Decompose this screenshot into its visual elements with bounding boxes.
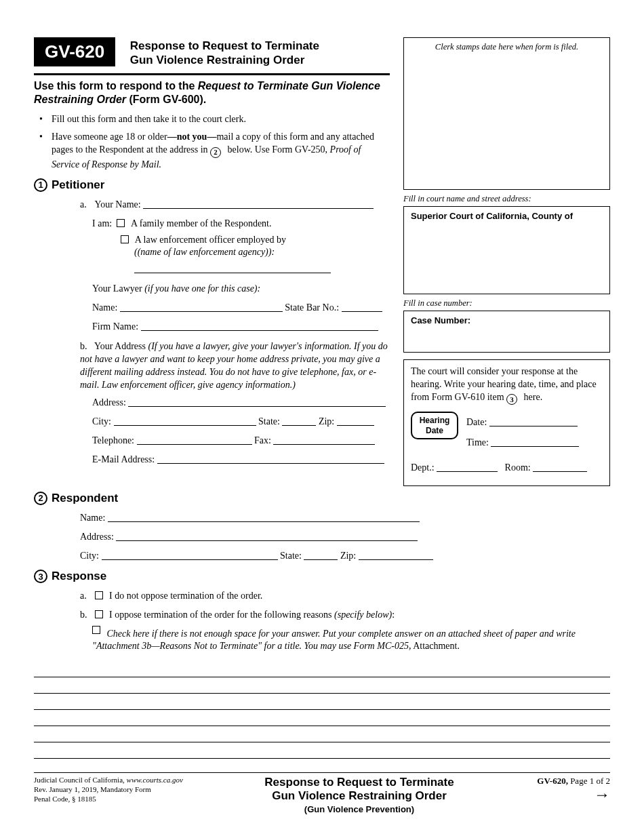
- telephone-label: Telephone:: [92, 432, 134, 449]
- circle-2-inline: 2: [210, 147, 221, 158]
- hearing-time-label: Time:: [466, 434, 489, 452]
- respondent-city-input[interactable]: [102, 550, 278, 560]
- instruction-list: Fill out this form and then take it to t…: [34, 113, 390, 171]
- respondent-name-input[interactable]: [108, 511, 420, 521]
- hearing-date-badge: HearingDate: [411, 412, 458, 439]
- checkbox-oppose[interactable]: [95, 610, 103, 618]
- sub-3b-label: b.: [80, 606, 92, 623]
- respondent-state-input[interactable]: [304, 550, 338, 560]
- footer-title-1: Response to Request to Terminate: [210, 776, 508, 789]
- your-name-input[interactable]: [143, 198, 374, 208]
- checkbox-attachment[interactable]: [92, 626, 100, 634]
- form-title: Response to Request to Terminate Gun Vio…: [130, 37, 319, 68]
- section-1-number: 1: [34, 178, 47, 192]
- firm-name-label: Firm Name:: [92, 318, 138, 335]
- respondent-address-input[interactable]: [116, 530, 418, 540]
- room-input[interactable]: [533, 462, 587, 472]
- section-1-heading: 1 Petitioner: [34, 178, 390, 192]
- section-2-number: 2: [34, 492, 47, 505]
- hearing-date-label: Date:: [466, 414, 487, 432]
- bar-no-input[interactable]: [342, 301, 382, 311]
- checkbox-law-enforcement[interactable]: [121, 235, 129, 243]
- header-rule: [34, 73, 390, 75]
- checkbox-not-oppose[interactable]: [95, 591, 103, 599]
- address-label: Address:: [92, 394, 126, 411]
- firm-name-input[interactable]: [141, 320, 378, 330]
- sub-3a-label: a.: [80, 587, 92, 604]
- footer-subtitle: (Gun Violence Prevention): [210, 804, 508, 814]
- respondent-state-label: State:: [280, 547, 302, 564]
- address-heading: Your Address: [94, 341, 148, 351]
- lawyer-name-input[interactable]: [120, 301, 283, 311]
- bullet-2: Have someone age 18 or older—not you—mai…: [38, 130, 390, 172]
- section-2-heading: 2 Respondent: [34, 492, 610, 505]
- i-am-label: I am:: [92, 215, 112, 232]
- attachment-instruction-tail: Attachment.: [413, 641, 460, 651]
- oppose-text: I oppose termination of the order for th…: [109, 610, 395, 620]
- law-enforcement-text: A law enforcement officer employed by: [135, 235, 286, 245]
- your-name-label: Your Name:: [95, 196, 141, 213]
- footer-rule: [34, 772, 610, 773]
- state-input[interactable]: [282, 415, 316, 425]
- state-label: State:: [258, 413, 280, 430]
- hearing-time-input[interactable]: [491, 436, 579, 446]
- court-box[interactable]: Superior Court of California, County of: [403, 206, 610, 294]
- telephone-input[interactable]: [137, 435, 252, 445]
- footer: Judicial Council of California, www.cour…: [34, 776, 610, 814]
- email-input[interactable]: [157, 454, 384, 464]
- section-3-number: 3: [34, 570, 47, 583]
- room-label: Room:: [505, 459, 531, 476]
- sub-1a-label: a.: [80, 196, 92, 213]
- footer-title-2: Gun Violence Restraining Order: [210, 789, 508, 803]
- family-member-text: A family member of the Respondent.: [131, 218, 272, 229]
- lawyer-name-label: Name:: [92, 299, 117, 316]
- agency-name-hint: ((name of law enforcement agency)):: [121, 247, 275, 257]
- respondent-city-label: City:: [80, 547, 99, 564]
- response-lines[interactable]: [34, 661, 610, 759]
- respondent-zip-input[interactable]: [359, 550, 433, 560]
- circle-3-inline: 3: [506, 394, 517, 405]
- clerk-stamp-box: Clerk stamps date here when form is file…: [403, 37, 610, 190]
- respondent-name-label: Name:: [80, 509, 105, 526]
- dept-input[interactable]: [437, 462, 498, 472]
- email-label: E-Mail Address:: [92, 451, 155, 468]
- sub-1b-label: b.: [80, 340, 92, 353]
- bar-no-label: State Bar No.:: [285, 299, 339, 316]
- not-oppose-text: I do not oppose termination of the order…: [109, 591, 262, 601]
- city-input[interactable]: [114, 415, 256, 425]
- case-number-label: Fill in case number:: [403, 298, 610, 309]
- city-label: City:: [92, 413, 111, 430]
- attachment-instruction: Check here if there is not enough space …: [92, 629, 576, 652]
- dept-label: Dept.:: [411, 459, 435, 476]
- fax-label: Fax:: [254, 432, 271, 449]
- hearing-box: The court will consider your response at…: [403, 359, 610, 486]
- arrow-icon: →: [508, 787, 610, 803]
- lawyer-heading: Your Lawyer: [92, 283, 144, 294]
- court-address-label: Fill in court name and street address:: [403, 194, 610, 204]
- fax-input[interactable]: [273, 435, 375, 445]
- respondent-address-label: Address:: [80, 528, 114, 545]
- checkbox-family-member[interactable]: [117, 219, 125, 227]
- form-code-badge: GV-620: [34, 37, 115, 66]
- agency-name-input[interactable]: [134, 263, 331, 273]
- bullet-1: Fill out this form and then take it to t…: [38, 113, 390, 126]
- case-number-box[interactable]: Case Number:: [403, 311, 610, 353]
- zip-input[interactable]: [337, 415, 374, 425]
- intro-heading: Use this form to respond to the Request …: [34, 79, 390, 108]
- zip-label: Zip:: [319, 413, 334, 430]
- respondent-zip-label: Zip:: [340, 547, 356, 564]
- address-input[interactable]: [128, 396, 386, 406]
- hearing-date-input[interactable]: [489, 416, 578, 426]
- section-3-heading: 3 Response: [34, 570, 610, 583]
